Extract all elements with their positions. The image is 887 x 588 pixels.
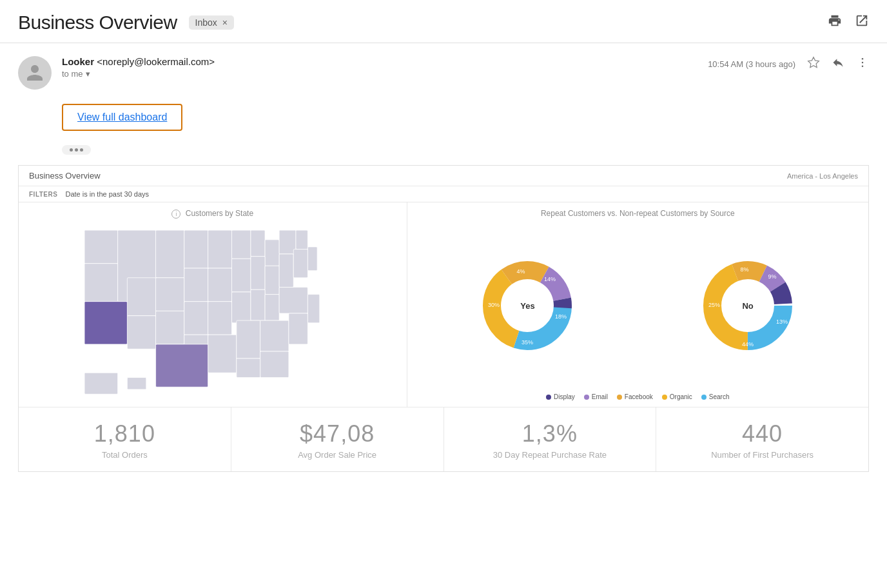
svg-rect-3	[84, 230, 118, 264]
dashboard-embed: Business Overview America - Los Angeles …	[18, 165, 869, 472]
svg-rect-44	[84, 373, 118, 394]
svg-rect-16	[155, 278, 184, 311]
yes-donut: 30% 35% 18% 14% 4% Yes	[476, 254, 579, 357]
map-container	[29, 222, 396, 390]
svg-rect-29	[208, 301, 231, 335]
total-orders-label: Total Orders	[25, 450, 224, 460]
filter-date-value: Date is in the past 30 days	[65, 190, 149, 198]
svg-text:8%: 8%	[741, 266, 749, 273]
svg-rect-18	[208, 268, 231, 302]
svg-rect-6	[155, 230, 184, 278]
svg-rect-19	[231, 259, 250, 292]
svg-text:13%: 13%	[776, 318, 788, 325]
svg-rect-37	[260, 320, 288, 351]
sender-info: Looker <noreply@lookermail.com> to me ▾	[62, 56, 215, 79]
external-link-icon[interactable]	[855, 14, 869, 32]
dash-timezone: America - Los Angeles	[787, 172, 858, 180]
donut-charts-container: 30% 35% 18% 14% 4% Yes	[418, 222, 858, 389]
svg-text:4%: 4%	[517, 268, 525, 275]
facebook-label: Facebook	[625, 393, 653, 400]
stat-first-purchasers: 440 Number of First Purchasers	[656, 407, 868, 471]
svg-rect-23	[293, 249, 307, 277]
more-icon[interactable]	[856, 56, 869, 72]
donut-legend: Display Email Facebook Organic	[418, 389, 858, 400]
no-donut: 25% 44% 13% 9% 8% No	[696, 254, 799, 357]
yes-donut-wrap: 30% 35% 18% 14% 4% Yes	[476, 254, 579, 357]
svg-text:14%: 14%	[544, 276, 556, 282]
search-dot	[701, 395, 707, 400]
header-right	[828, 14, 869, 32]
yes-label: Yes	[520, 301, 534, 311]
avatar	[18, 56, 52, 90]
svg-rect-39	[307, 294, 319, 322]
dash-filters: FILTERS Date is in the past 30 days	[19, 186, 868, 202]
svg-point-0	[862, 58, 864, 60]
display-label: Display	[554, 393, 575, 400]
person-icon	[25, 63, 44, 83]
svg-rect-7	[184, 230, 208, 268]
dash-header: Business Overview America - Los Angeles	[19, 166, 868, 186]
map-panel: i Customers by State	[19, 202, 407, 407]
svg-rect-4	[84, 264, 118, 302]
svg-rect-25	[127, 316, 155, 349]
svg-rect-17	[184, 268, 208, 302]
svg-text:25%: 25%	[708, 302, 720, 308]
no-donut-wrap: 25% 44% 13% 9% 8% No	[696, 254, 799, 357]
dot3	[80, 148, 83, 152]
star-icon[interactable]	[807, 56, 820, 72]
inbox-label: Inbox	[195, 17, 217, 28]
svg-text:18%: 18%	[555, 313, 567, 320]
stat-repeat-rate: 1,3% 30 Day Repeat Purchase Rate	[444, 407, 657, 471]
inbox-badge[interactable]: Inbox ×	[189, 15, 234, 30]
svg-text:9%: 9%	[768, 273, 777, 280]
organic-label: Organic	[670, 393, 692, 400]
svg-rect-10	[251, 230, 265, 257]
repeat-rate-label: 30 Day Repeat Purchase Rate	[451, 450, 650, 460]
sender-to[interactable]: to me ▾	[62, 69, 215, 79]
expand-button[interactable]	[62, 145, 91, 155]
svg-rect-24	[307, 247, 317, 271]
svg-rect-22	[279, 254, 293, 288]
first-purchasers-number: 440	[663, 420, 862, 447]
facebook-dot	[617, 395, 622, 400]
view-dashboard-link[interactable]: View full dashboard	[62, 104, 182, 131]
dash-embed-title: Business Overview	[29, 171, 101, 181]
first-purchasers-label: Number of First Purchasers	[663, 450, 862, 460]
svg-rect-36	[237, 320, 260, 358]
legend-organic: Organic	[662, 393, 692, 400]
sender-row: Looker <noreply@lookermail.com> to me ▾ …	[18, 56, 869, 90]
svg-rect-32	[265, 294, 279, 320]
legend-display: Display	[546, 393, 575, 400]
svg-rect-42	[237, 358, 260, 377]
total-orders-number: 1,810	[25, 420, 224, 447]
display-dot	[546, 395, 551, 400]
svg-text:35%: 35%	[521, 339, 533, 346]
email-dot	[584, 395, 589, 400]
filters-label: FILTERS	[29, 191, 57, 198]
svg-point-1	[862, 62, 864, 64]
email-label: Email	[592, 393, 608, 400]
print-icon[interactable]	[828, 14, 842, 32]
email-time: 10:54 AM (3 hours ago)	[708, 59, 795, 69]
us-map-svg	[39, 216, 387, 397]
no-label: No	[742, 301, 753, 311]
svg-rect-9	[231, 230, 250, 259]
inbox-close-icon[interactable]: ×	[222, 17, 228, 28]
charts-row: i Customers by State	[19, 202, 868, 407]
svg-rect-11	[265, 240, 279, 266]
svg-rect-31	[251, 289, 265, 320]
svg-rect-45	[127, 377, 146, 389]
svg-text:30%: 30%	[488, 302, 500, 308]
sender-right: 10:54 AM (3 hours ago)	[708, 56, 869, 72]
svg-rect-20	[251, 256, 265, 289]
page-title: Business Overview	[18, 12, 177, 34]
email-container: Looker <noreply@lookermail.com> to me ▾ …	[0, 43, 887, 472]
header-left: Business Overview Inbox ×	[18, 12, 234, 34]
reply-icon[interactable]	[832, 56, 844, 72]
donut-panel: Repeat Customers vs. Non-repeat Customer…	[407, 202, 868, 407]
donut-chart-title: Repeat Customers vs. Non-repeat Customer…	[418, 209, 858, 218]
top-header: Business Overview Inbox ×	[0, 0, 887, 43]
svg-rect-13	[296, 230, 307, 249]
svg-point-2	[862, 66, 864, 68]
svg-text:44%: 44%	[742, 341, 754, 348]
